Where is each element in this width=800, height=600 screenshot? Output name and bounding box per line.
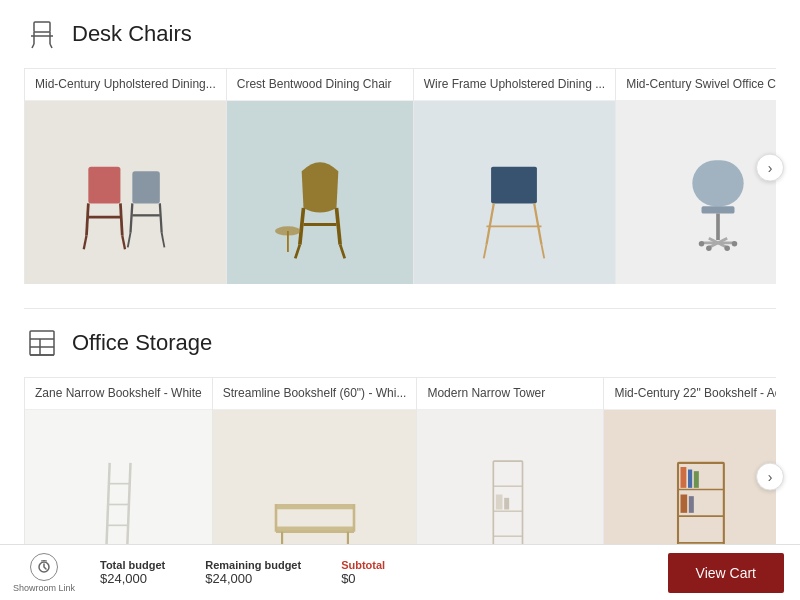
remaining-budget-value: $24,000: [205, 571, 252, 586]
product-title: Streamline Bookshelf (60") - Whi...: [213, 378, 417, 410]
svg-rect-70: [688, 470, 692, 488]
office-storage-title: Office Storage: [72, 330, 212, 356]
svg-rect-63: [496, 495, 503, 510]
remaining-budget: Remaining budget $24,000: [205, 559, 301, 586]
svg-point-40: [724, 246, 730, 252]
svg-line-21: [340, 245, 345, 259]
desk-chairs-section: Desk Chairs Mid-Century Upholstered Dini…: [0, 0, 800, 292]
subtotal-value: $0: [341, 571, 355, 586]
svg-rect-32: [701, 206, 734, 213]
svg-rect-0: [34, 22, 50, 32]
product-title: Modern Narrow Tower: [417, 378, 603, 410]
main-content: Desk Chairs Mid-Century Upholstered Dini…: [0, 0, 800, 560]
svg-rect-31: [692, 160, 743, 206]
total-budget-label: Total budget: [100, 559, 165, 571]
chair-icon: [24, 16, 60, 52]
office-storage-carousel: Zane Narrow Bookshelf - White: [24, 377, 776, 560]
product-title: Wire Frame Upholstered Dining ...: [414, 69, 615, 101]
office-storage-product-row: Zane Narrow Bookshelf - White: [24, 377, 776, 560]
product-image: [414, 101, 615, 284]
product-card[interactable]: Mid-Century Swivel Office Chair ...: [616, 68, 776, 284]
svg-line-4: [32, 44, 34, 48]
view-cart-button[interactable]: View Cart: [668, 553, 784, 593]
showroom-link-icon: [30, 553, 58, 581]
svg-rect-73: [688, 496, 693, 513]
svg-rect-64: [505, 498, 510, 510]
product-card[interactable]: Zane Narrow Bookshelf - White: [24, 377, 213, 560]
total-budget-value: $24,000: [100, 571, 147, 586]
svg-rect-52: [276, 504, 354, 509]
office-storage-header: Office Storage: [24, 325, 776, 361]
svg-line-28: [484, 245, 487, 259]
product-card[interactable]: Wire Frame Upholstered Dining ...: [414, 68, 616, 284]
svg-rect-6: [89, 167, 121, 204]
product-card[interactable]: Streamline Bookshelf (60") - Whi...: [213, 377, 418, 560]
showroom-link-label: Showroom Link: [13, 583, 75, 593]
product-title: Crest Bentwood Dining Chair: [227, 69, 413, 101]
svg-point-37: [698, 241, 704, 247]
bottom-bar: Showroom Link Total budget $24,000 Remai…: [0, 544, 800, 600]
svg-line-13: [131, 203, 133, 232]
budget-section: Total budget $24,000 Remaining budget $2…: [80, 559, 668, 586]
storage-next-arrow[interactable]: ›: [756, 463, 784, 491]
desk-chairs-product-row: Mid-Century Upholstered Dining...: [24, 68, 776, 284]
product-card[interactable]: Mid-Century Upholstered Dining...: [24, 68, 227, 284]
svg-rect-41: [30, 331, 54, 355]
svg-line-7: [87, 203, 89, 235]
product-image: [616, 101, 776, 284]
product-card[interactable]: Mid-Century 22" Bookshelf - Ac...: [604, 377, 776, 560]
svg-line-18: [300, 208, 304, 245]
svg-line-20: [295, 245, 300, 259]
product-title: Mid-Century 22" Bookshelf - Ac...: [604, 378, 776, 410]
product-image: [417, 410, 603, 560]
desk-chairs-title: Desk Chairs: [72, 21, 192, 47]
desk-chairs-header: Desk Chairs: [24, 16, 776, 52]
svg-rect-12: [133, 171, 161, 203]
svg-line-26: [487, 203, 494, 244]
product-card[interactable]: Crest Bentwood Dining Chair: [227, 68, 414, 284]
product-title: Zane Narrow Bookshelf - White: [25, 378, 212, 410]
product-image: [213, 410, 417, 560]
next-arrow[interactable]: ›: [756, 154, 784, 182]
product-image: [25, 410, 212, 560]
svg-line-29: [542, 245, 545, 259]
svg-line-16: [162, 233, 165, 248]
subtotal-label: Subtotal: [341, 559, 385, 571]
svg-line-19: [336, 208, 340, 245]
svg-point-39: [706, 246, 712, 252]
storage-icon: [24, 325, 60, 361]
total-budget: Total budget $24,000: [100, 559, 165, 586]
svg-line-9: [84, 236, 87, 250]
svg-rect-25: [492, 167, 538, 204]
office-storage-section: Office Storage Zane Narrow Bookshelf - W…: [0, 309, 800, 560]
svg-line-5: [50, 44, 52, 48]
svg-line-14: [160, 203, 162, 232]
svg-point-38: [731, 241, 737, 247]
svg-rect-69: [680, 467, 686, 488]
remaining-budget-label: Remaining budget: [205, 559, 301, 571]
svg-line-15: [128, 233, 131, 248]
product-title: Mid-Century Upholstered Dining...: [25, 69, 226, 101]
product-title: Mid-Century Swivel Office Chair ...: [616, 69, 776, 101]
svg-rect-72: [680, 495, 687, 513]
product-image: [227, 101, 413, 284]
desk-chairs-carousel: Mid-Century Upholstered Dining...: [24, 68, 776, 284]
product-image: [25, 101, 226, 284]
product-image: [604, 410, 776, 560]
showroom-link[interactable]: Showroom Link: [8, 553, 80, 593]
subtotal: Subtotal $0: [341, 559, 385, 586]
svg-rect-71: [693, 471, 698, 488]
svg-line-10: [123, 236, 126, 250]
product-card[interactable]: Modern Narrow Tower: [417, 377, 604, 560]
svg-line-8: [121, 203, 123, 235]
svg-line-27: [535, 203, 542, 244]
